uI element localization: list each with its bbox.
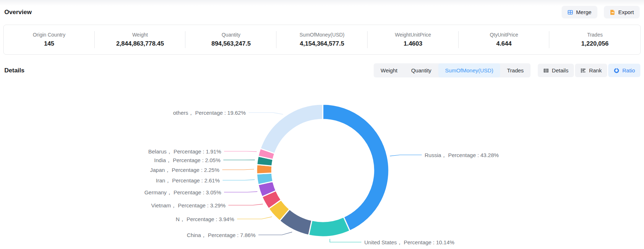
label-line-russia <box>390 155 422 156</box>
view-tab-details[interactable]: Details <box>538 64 574 77</box>
overview-header: Overview Merge Export <box>0 0 644 18</box>
pie-label-japan: Japan， Percentage : 2.25% <box>150 167 219 173</box>
merge-icon <box>567 9 573 15</box>
label-line-belarus <box>224 151 257 152</box>
measure-tab-sumofmoney-usd[interactable]: SumOfMoney(USD) <box>438 63 500 77</box>
pie-label-russia: Russia， Percentage : 43.28% <box>425 152 499 158</box>
stat-origin-country: Origin Country145 <box>4 25 95 54</box>
table-icon <box>543 68 549 73</box>
stat-value: 1,220,056 <box>581 40 609 47</box>
export-button-label: Export <box>618 9 634 15</box>
stat-weightunitprice: WeightUnitPrice1.4603 <box>368 25 459 54</box>
measure-tab-quantity[interactable]: Quantity <box>404 63 438 77</box>
overview-stats-card: Origin Country145Weight2,844,863,778.45Q… <box>3 25 641 55</box>
label-line-united-states <box>330 239 361 242</box>
pie-label-germany: Germany， Percentage : 3.05% <box>144 189 221 195</box>
pie-slice-united-states[interactable] <box>309 217 350 237</box>
stat-value: 145 <box>44 40 54 47</box>
pie-slice-others[interactable] <box>260 104 323 153</box>
pie-slice-russia[interactable] <box>323 104 389 231</box>
stat-trades: Trades1,220,056 <box>549 25 640 54</box>
stat-label: Weight <box>132 32 148 38</box>
label-line-vietnam <box>228 204 263 205</box>
stat-label: SumOfMoney(USD) <box>300 32 344 38</box>
pie-label-belarus: Belarus， Percentage : 1.91% <box>148 148 221 155</box>
stat-quantity: Quantity894,563,247.5 <box>185 25 276 54</box>
pie-label-others: others， Percentage : 19.62% <box>173 110 246 116</box>
label-line-iran <box>223 180 255 180</box>
measure-tabs: WeightQuantitySumOfMoney(USD)Trades <box>374 63 531 77</box>
stat-value: 1.4603 <box>404 40 422 47</box>
pie-label-n: N， Percentage : 3.94% <box>176 216 234 222</box>
view-tab-label: Rank <box>589 67 602 73</box>
merge-button-label: Merge <box>576 9 592 15</box>
stat-label: QtyUnitPrice <box>490 32 518 38</box>
measure-tab-weight[interactable]: Weight <box>374 63 404 77</box>
stat-value: 894,563,247.5 <box>211 40 251 47</box>
label-line-japan <box>222 169 254 170</box>
export-button[interactable]: Export <box>604 6 640 18</box>
pie-label-united-states: United States， Percentage : 10.14% <box>364 239 454 245</box>
ratio-icon <box>614 68 619 73</box>
stat-qtyunitprice: QtyUnitPrice4.644 <box>459 25 550 54</box>
label-line-china <box>258 232 292 235</box>
stat-label: Trades <box>587 32 603 38</box>
stat-label: Quantity <box>222 32 240 38</box>
stat-label: Origin Country <box>33 32 65 38</box>
view-tabs: DetailsRankRatio <box>538 64 640 77</box>
pie-label-india: India， Percentage : 2.05% <box>154 157 220 163</box>
label-line-germany <box>224 191 257 192</box>
stat-value: 2,844,863,778.45 <box>116 40 164 47</box>
pie-label-china: China， Percentage : 7.86% <box>187 232 256 238</box>
view-tab-label: Ratio <box>622 67 635 73</box>
rank-icon <box>580 68 586 73</box>
stat-sumofmoney-usd: SumOfMoney(USD)4,154,364,577.5 <box>276 25 368 54</box>
merge-button[interactable]: Merge <box>562 6 597 18</box>
view-tab-label: Details <box>552 67 568 73</box>
page-title: Overview <box>4 9 32 16</box>
details-title: Details <box>4 67 25 74</box>
header-actions: Merge Export <box>562 6 640 18</box>
view-tab-rank[interactable]: Rank <box>575 64 607 77</box>
stat-label: WeightUnitPrice <box>395 32 431 38</box>
ratio-donut-chart: Russia， Percentage : 43.28%United States… <box>0 77 644 249</box>
pie-label-vietnam: Vietnam， Percentage : 3.29% <box>151 202 226 208</box>
pie-label-iran: Iran， Percentage : 2.61% <box>156 177 220 183</box>
label-line-n <box>237 217 272 219</box>
stat-value: 4,154,364,577.5 <box>300 40 344 47</box>
stat-value: 4.644 <box>496 40 512 47</box>
measure-tab-trades[interactable]: Trades <box>500 63 531 77</box>
stat-weight: Weight2,844,863,778.45 <box>95 25 186 54</box>
view-tab-ratio[interactable]: Ratio <box>608 64 640 77</box>
export-icon <box>610 9 615 15</box>
details-toolbar: Details WeightQuantitySumOfMoney(USD)Tra… <box>0 63 644 77</box>
label-line-others <box>249 113 283 114</box>
